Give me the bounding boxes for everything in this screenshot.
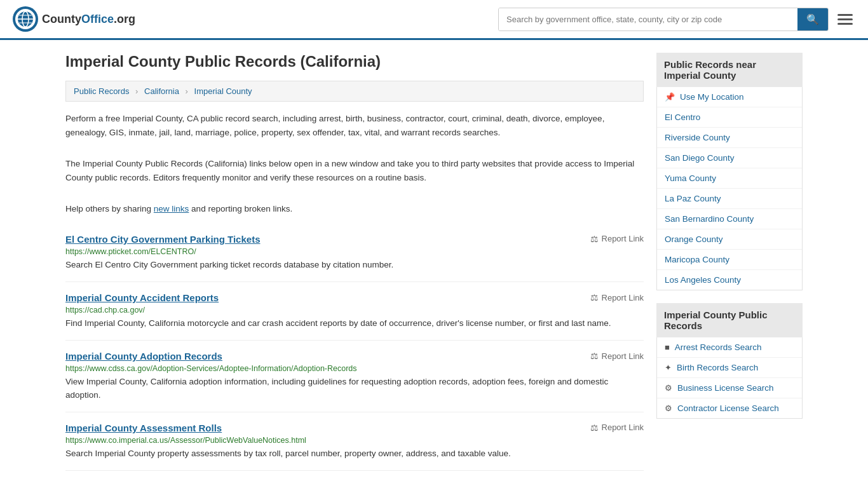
record-item: Imperial County Accident Reports ⚖ Repor… xyxy=(65,282,644,341)
record-title-3[interactable]: Imperial County Assessment Rolls xyxy=(65,423,222,433)
report-link-1[interactable]: ⚖ Report Link xyxy=(590,292,644,302)
logo-area: CountyOffice.org xyxy=(13,6,135,32)
gear-icon-2: ⚙ xyxy=(665,383,672,393)
site-logo-icon xyxy=(13,6,38,32)
nearby-section-header: Public Records near Imperial County xyxy=(656,53,803,87)
record-title-0[interactable]: El Centro City Government Parking Ticket… xyxy=(65,234,260,245)
records-link-label-0: Arrest Records Search xyxy=(675,342,762,352)
records-link-item: ✦ Birth Records Search xyxy=(657,358,802,378)
nearby-link-label-4: Yuma County xyxy=(665,173,716,183)
record-title-2[interactable]: Imperial County Adoption Records xyxy=(65,351,222,362)
records-link-item: ■ Arrest Records Search xyxy=(657,337,802,358)
search-bar: 🔍 xyxy=(498,8,829,31)
location-pin-icon: 📌 xyxy=(665,92,675,102)
nearby-list-item: Yuma County xyxy=(657,168,802,189)
report-link-3[interactable]: ⚖ Report Link xyxy=(590,423,644,433)
report-link-label-3: Report Link xyxy=(602,423,644,432)
square-icon-0: ■ xyxy=(665,342,670,352)
record-url-1: https://cad.chp.ca.gov/ xyxy=(65,306,644,315)
record-item: El Centro City Government Parking Ticket… xyxy=(65,224,644,282)
nearby-link-label-8: Maricopa County xyxy=(665,255,729,264)
record-url-0: https://www.pticket.com/ELCENTRO/ xyxy=(65,247,644,256)
records-links-list: ■ Arrest Records Search ✦ Birth Records … xyxy=(656,337,803,419)
nearby-list-item: Riverside County xyxy=(657,128,802,148)
report-icon-3: ⚖ xyxy=(590,423,599,433)
report-link-label-2: Report Link xyxy=(602,351,644,361)
report-icon-1: ⚖ xyxy=(590,292,599,302)
records-link-label-1: Birth Records Search xyxy=(677,363,758,372)
breadcrumb-imperial-county[interactable]: Imperial County xyxy=(194,86,252,96)
new-links-link[interactable]: new links xyxy=(154,204,189,214)
description-para3-post: and reporting broken links. xyxy=(189,204,292,214)
description-para3-pre: Help others by sharing xyxy=(65,204,154,214)
records-list: El Centro City Government Parking Ticket… xyxy=(65,224,644,471)
record-desc-3: Search Imperial County property assessme… xyxy=(65,447,644,460)
breadcrumb-sep-2: › xyxy=(186,86,188,96)
nearby-link-7[interactable]: Orange County xyxy=(657,229,802,249)
sidebar: Public Records near Imperial County 📌Use… xyxy=(656,53,803,471)
nearby-list: 📌Use My LocationEl CentroRiverside Count… xyxy=(656,87,803,290)
gear-icon-3: ⚙ xyxy=(665,403,672,413)
nearby-link-3[interactable]: San Diego County xyxy=(657,148,802,168)
record-item: Imperial County Adoption Records ⚖ Repor… xyxy=(65,341,644,412)
page-title: Imperial County Public Records (Californ… xyxy=(65,53,644,71)
nearby-link-9[interactable]: Los Angeles County xyxy=(657,270,802,290)
search-button[interactable]: 🔍 xyxy=(797,8,828,30)
nearby-link-1[interactable]: El Centro xyxy=(657,107,802,127)
person-icon-1: ✦ xyxy=(665,363,672,372)
report-link-label-1: Report Link xyxy=(602,293,644,302)
nearby-link-label-6: San Bernardino County xyxy=(665,214,754,224)
report-link-label-0: Report Link xyxy=(602,234,644,243)
record-header: Imperial County Assessment Rolls ⚖ Repor… xyxy=(65,423,644,433)
nearby-link-label-5: La Paz County xyxy=(665,194,721,203)
record-url-3: https://www.co.imperial.ca.us/Assessor/P… xyxy=(65,436,644,445)
main-content: Imperial County Public Records (Californ… xyxy=(65,53,644,471)
report-link-0[interactable]: ⚖ Report Link xyxy=(590,234,644,244)
logo-text: CountyOffice.org xyxy=(42,13,135,26)
main-container: Imperial County Public Records (Californ… xyxy=(53,40,815,484)
records-link-1[interactable]: ✦ Birth Records Search xyxy=(657,358,802,377)
record-desc-0: Search El Centro City Government parking… xyxy=(65,259,644,271)
nearby-list-item: La Paz County xyxy=(657,189,802,209)
record-desc-2: View Imperial County, California adoptio… xyxy=(65,376,644,402)
report-link-2[interactable]: ⚖ Report Link xyxy=(590,351,644,361)
hamburger-menu-button[interactable] xyxy=(835,11,855,27)
nearby-list-item: Los Angeles County xyxy=(657,270,802,290)
nearby-list-item: San Bernardino County xyxy=(657,209,802,229)
header-right: 🔍 xyxy=(498,8,855,31)
nearby-link-label-3: San Diego County xyxy=(665,153,735,163)
nearby-link-2[interactable]: Riverside County xyxy=(657,128,802,147)
nearby-link-label-1: El Centro xyxy=(665,112,700,122)
description-para3: Help others by sharing new links and rep… xyxy=(65,202,644,216)
nearby-list-item: El Centro xyxy=(657,107,802,128)
nearby-link-5[interactable]: La Paz County xyxy=(657,189,802,208)
nearby-link-4[interactable]: Yuma County xyxy=(657,168,802,188)
records-link-item: ⚙ Business License Search xyxy=(657,378,802,398)
record-url-2: https://www.cdss.ca.gov/Adoption-Service… xyxy=(65,364,644,373)
hamburger-line-1 xyxy=(837,14,853,16)
breadcrumb-california[interactable]: California xyxy=(144,86,179,96)
records-link-2[interactable]: ⚙ Business License Search xyxy=(657,378,802,398)
records-link-3[interactable]: ⚙ Contractor License Search xyxy=(657,398,802,418)
records-section: Imperial County Public Records ■ Arrest … xyxy=(656,303,803,419)
record-desc-1: Find Imperial County, California motorcy… xyxy=(65,317,644,330)
nearby-list-item: Orange County xyxy=(657,229,802,250)
nearby-link-0[interactable]: 📌Use My Location xyxy=(657,87,802,107)
nearby-list-item: 📌Use My Location xyxy=(657,87,802,107)
record-title-1[interactable]: Imperial County Accident Reports xyxy=(65,292,219,303)
nearby-link-label-0: Use My Location xyxy=(680,92,744,102)
search-input[interactable] xyxy=(499,8,797,30)
description-para1: Perform a free Imperial County, CA publi… xyxy=(65,112,644,139)
hamburger-line-3 xyxy=(837,23,853,25)
hamburger-line-2 xyxy=(837,18,853,20)
records-link-label-2: Business License Search xyxy=(677,383,774,393)
nearby-link-8[interactable]: Maricopa County xyxy=(657,250,802,269)
records-link-0[interactable]: ■ Arrest Records Search xyxy=(657,337,802,357)
records-section-header: Imperial County Public Records xyxy=(656,303,803,337)
nearby-link-6[interactable]: San Bernardino County xyxy=(657,209,802,229)
record-header: El Centro City Government Parking Ticket… xyxy=(65,234,644,245)
description-para2: The Imperial County Public Records (Cali… xyxy=(65,157,644,184)
breadcrumb: Public Records › California › Imperial C… xyxy=(65,81,644,102)
breadcrumb-public-records[interactable]: Public Records xyxy=(74,86,129,96)
nearby-link-label-9: Los Angeles County xyxy=(665,275,741,285)
